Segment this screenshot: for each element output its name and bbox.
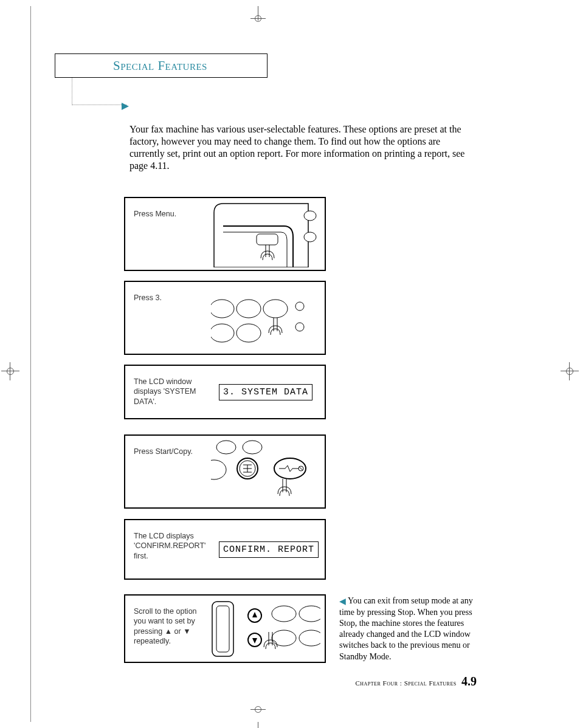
- svg-point-10: [295, 323, 304, 331]
- svg-point-25: [272, 630, 296, 646]
- section-title: Special Features: [113, 58, 207, 74]
- lcd-display-text: 3. SYSTEM DATA: [219, 384, 312, 400]
- step-box-2: Press 3.: [124, 281, 326, 355]
- fax-menu-illustration: [210, 198, 325, 270]
- side-tip: ◀ You can exit from setup mode at any ti…: [339, 596, 473, 662]
- step-box-1: Press Menu.: [124, 197, 326, 271]
- arrow-right-icon: [122, 101, 129, 112]
- step-text: Scroll to the option you want to set by …: [125, 596, 210, 662]
- footer-chapter-label: Chapter Four : Special Features: [355, 679, 456, 687]
- crop-mark-right: [561, 362, 579, 380]
- svg-point-26: [299, 606, 320, 622]
- svg-point-8: [236, 324, 261, 342]
- svg-point-6: [263, 300, 288, 318]
- svg-point-2: [304, 211, 316, 221]
- svg-point-24: [272, 606, 296, 622]
- page-edge-line: [30, 6, 31, 722]
- svg-rect-19: [216, 606, 229, 652]
- svg-point-11: [216, 441, 236, 454]
- fax-keypad-illustration: [210, 282, 325, 354]
- side-tip-text: You can exit from setup mode at any time…: [339, 596, 473, 661]
- step-text: Press Menu.: [125, 198, 210, 270]
- step-text: The LCD window displays 'SYSTEM DATA'.: [125, 366, 210, 418]
- step-box-3: The LCD window displays 'SYSTEM DATA'. 3…: [124, 365, 326, 419]
- step-box-5: The LCD displays 'CONFIRM.REPORT' first.…: [124, 519, 326, 580]
- svg-marker-0: [122, 103, 129, 110]
- fax-startcopy-illustration: [210, 436, 325, 507]
- crop-mark-left: [1, 362, 19, 380]
- svg-point-5: [236, 300, 261, 318]
- lcd-display-text: CONFIRM. REPORT: [219, 541, 319, 558]
- svg-point-7: [211, 324, 234, 342]
- step-text: The LCD displays 'CONFIRM.REPORT' first.: [125, 520, 216, 579]
- step-text: Press 3.: [125, 282, 210, 354]
- arrow-left-icon: ◀: [339, 597, 346, 606]
- step-text: Press Start/Copy.: [125, 436, 210, 507]
- dotted-indicator-path: [72, 78, 126, 105]
- lcd-screen: 3. SYSTEM DATA: [210, 366, 325, 418]
- lcd-screen: CONFIRM. REPORT: [216, 520, 325, 579]
- fax-scroll-illustration: [210, 596, 325, 662]
- svg-point-3: [304, 232, 316, 242]
- step-box-4: Press Start/Copy.: [124, 434, 326, 509]
- svg-point-9: [295, 302, 304, 311]
- step-box-6: Scroll to the option you want to set by …: [124, 594, 326, 663]
- footer-page-number: 4.9: [461, 675, 477, 688]
- svg-rect-1: [257, 234, 278, 245]
- svg-point-27: [299, 630, 320, 646]
- svg-point-13: [211, 460, 226, 479]
- svg-point-4: [211, 300, 234, 318]
- svg-point-12: [243, 441, 262, 454]
- page-footer: Chapter Four : Special Features 4.9: [355, 675, 477, 689]
- section-title-box: Special Features: [55, 53, 268, 78]
- intro-paragraph: Your fax machine has various user-select…: [129, 123, 473, 172]
